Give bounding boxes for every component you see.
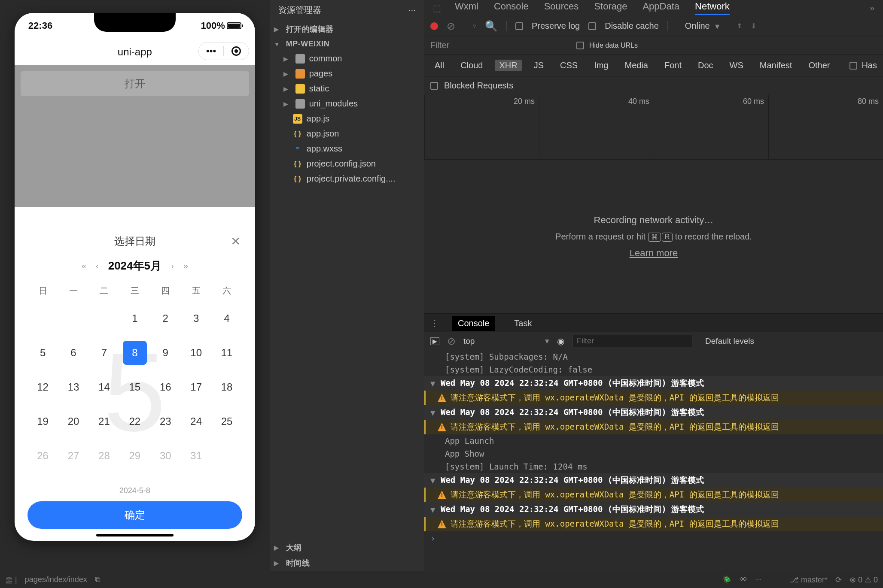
network-timeline[interactable]: 20 ms40 ms60 ms80 ms [424, 95, 883, 160]
filter-icon[interactable]: ▿ [473, 22, 476, 30]
date-cell[interactable]: 5 [27, 336, 58, 370]
console-sidebar-icon[interactable]: ▶ [430, 337, 439, 345]
folder-item[interactable]: ▶common [270, 51, 424, 66]
debug-icon[interactable]: 🪲 [722, 575, 732, 585]
date-cell[interactable]: 2 [150, 301, 181, 336]
blocked-requests-checkbox[interactable] [430, 82, 438, 90]
date-cell[interactable]: 20 [58, 404, 88, 439]
type-filter[interactable]: Font [660, 60, 686, 71]
tab-storage[interactable]: Storage [594, 1, 627, 15]
date-cell[interactable]: 30 [150, 439, 181, 473]
close-icon[interactable]: ✕ [231, 234, 241, 249]
file-item[interactable]: { }project.private.config.... [270, 171, 424, 186]
tab-sources[interactable]: Sources [544, 1, 579, 15]
more-status-icon[interactable]: ··· [755, 575, 761, 584]
type-filter[interactable]: CSS [556, 60, 582, 71]
date-cell[interactable]: 3 [181, 301, 211, 336]
capsule-close-icon[interactable] [224, 46, 249, 56]
capsule-button[interactable]: ••• [198, 42, 249, 60]
chevron-down-icon[interactable]: ▼ [430, 476, 436, 485]
date-cell[interactable]: 28 [89, 439, 119, 473]
record-icon[interactable] [430, 22, 438, 30]
upload-icon[interactable]: ⬆ [737, 22, 742, 30]
download-icon[interactable]: ⬇ [751, 22, 756, 30]
confirm-button[interactable]: 确定 [27, 501, 242, 529]
date-cell[interactable]: 1 [119, 301, 150, 336]
tab-task[interactable]: Task [508, 316, 538, 331]
branch-icon[interactable]: ⎇ master* [790, 575, 828, 585]
date-cell[interactable]: 17 [181, 370, 211, 404]
open-editors-section[interactable]: ▶ 打开的编辑器 [270, 21, 424, 37]
type-filter[interactable]: Img [590, 60, 612, 71]
date-cell[interactable]: 19 [27, 404, 58, 439]
console-filter-input[interactable] [572, 335, 692, 347]
chevron-down-icon[interactable]: ▼ [430, 408, 436, 417]
console-messages[interactable]: [system] Subpackages: N/A[system] LazyCo… [424, 350, 883, 571]
date-cell[interactable]: 27 [58, 439, 88, 473]
date-cell[interactable]: 12 [27, 370, 58, 404]
open-button[interactable]: 打开 [21, 71, 249, 96]
page-path[interactable]: pages/index/index [25, 575, 87, 584]
type-filter[interactable]: XHR [495, 60, 521, 71]
chevron-down-icon[interactable]: ▼ [430, 505, 436, 514]
chevron-down-icon[interactable]: ▼ [430, 379, 436, 388]
prev-year-icon[interactable]: « [82, 261, 86, 271]
project-section[interactable]: ▼ MP-WEIXIN [270, 37, 424, 51]
folder-item[interactable]: ▶uni_modules [270, 96, 424, 111]
date-cell[interactable]: 23 [150, 404, 181, 439]
date-cell[interactable]: 8 [119, 336, 150, 370]
type-filter[interactable]: Media [620, 60, 652, 71]
context-select[interactable]: top▾ [463, 336, 549, 346]
date-cell[interactable]: 7 [89, 336, 119, 370]
console-prompt[interactable]: › [424, 531, 883, 545]
date-cell[interactable]: 31 [181, 439, 211, 473]
date-cell[interactable]: 18 [211, 370, 242, 404]
live-expression-icon[interactable]: ◉ [557, 336, 564, 346]
type-filter[interactable]: Other [804, 60, 834, 71]
network-filter-input[interactable]: Filter [424, 36, 570, 55]
file-item[interactable]: ≡app.wxss [270, 141, 424, 156]
prev-month-icon[interactable]: ‹ [96, 261, 99, 271]
log-levels-select[interactable]: Default levels [705, 336, 754, 346]
date-cell[interactable]: 9 [150, 336, 181, 370]
tab-console[interactable]: Console [494, 1, 529, 15]
next-month-icon[interactable]: › [171, 261, 174, 271]
type-filter[interactable]: Cloud [456, 60, 487, 71]
next-year-icon[interactable]: » [183, 261, 188, 271]
preserve-log-checkbox[interactable] [515, 22, 523, 30]
inspect-icon[interactable]: ⬚ [433, 3, 441, 13]
date-cell[interactable]: 6 [58, 336, 88, 370]
type-filter[interactable]: Manifest [755, 60, 797, 71]
preview-icon[interactable]: 👁 [740, 575, 747, 584]
capsule-more-icon[interactable]: ••• [199, 45, 224, 57]
overflow-icon[interactable]: » [870, 3, 874, 13]
date-cell[interactable]: 13 [58, 370, 88, 404]
date-cell[interactable]: 16 [150, 370, 181, 404]
outline-section[interactable]: ▶ 大纲 [270, 540, 424, 555]
type-filter[interactable]: JS [530, 60, 548, 71]
throttling-select[interactable]: Online▾ [676, 21, 728, 31]
date-cell[interactable]: 22 [119, 404, 150, 439]
type-filter[interactable]: All [430, 60, 448, 71]
clear-icon[interactable]: ⊘ [447, 20, 455, 32]
date-cell[interactable]: 29 [119, 439, 150, 473]
file-item[interactable]: { }project.config.json [270, 156, 424, 171]
tab-network[interactable]: Network [695, 1, 730, 15]
more-icon[interactable]: ··· [408, 5, 416, 15]
copy-icon[interactable]: ⧉ [95, 575, 100, 584]
problems[interactable]: ⊗ 0 ⚠ 0 [850, 575, 878, 585]
search-icon[interactable]: 🔍 [485, 20, 498, 32]
tab-wxml[interactable]: Wxml [455, 1, 478, 15]
date-cell[interactable]: 10 [181, 336, 211, 370]
folder-item[interactable]: ▶pages [270, 66, 424, 81]
hide-data-urls-checkbox[interactable] [576, 42, 584, 49]
type-filter[interactable]: Doc [694, 60, 718, 71]
learn-more-link[interactable]: Learn more [630, 248, 678, 259]
date-cell[interactable]: 14 [89, 370, 119, 404]
date-cell[interactable]: 25 [211, 404, 242, 439]
timeline-section[interactable]: ▶ 时间线 [270, 555, 424, 571]
disable-cache-checkbox[interactable] [588, 22, 596, 30]
clear-console-icon[interactable]: ⊘ [447, 335, 456, 347]
status-warnings-inline[interactable]: 줄 | [5, 575, 17, 585]
date-cell[interactable]: 24 [181, 404, 211, 439]
